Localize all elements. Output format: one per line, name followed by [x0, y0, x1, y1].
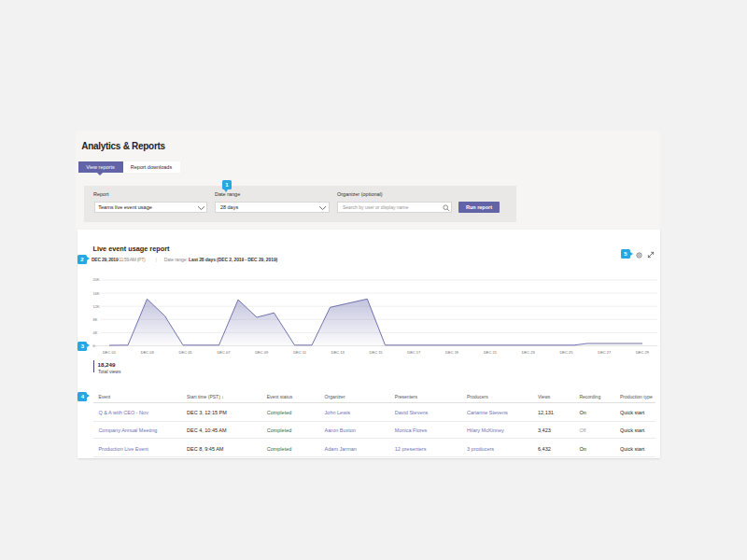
svg-text:DEC 07: DEC 07 [217, 350, 231, 355]
svg-text:4K: 4K [93, 330, 98, 335]
svg-text:DEC 03: DEC 03 [141, 350, 155, 355]
svg-text:16K: 16K [93, 291, 100, 296]
svg-text:DEC 25: DEC 25 [559, 350, 573, 355]
svg-text:DEC 21: DEC 21 [484, 350, 498, 355]
svg-text:DEC 15: DEC 15 [370, 350, 384, 355]
svg-text:DEC 29: DEC 29 [636, 350, 650, 355]
svg-text:DEC 27: DEC 27 [598, 350, 612, 355]
svg-text:DEC 11: DEC 11 [293, 350, 306, 355]
svg-text:DEC 23: DEC 23 [522, 350, 536, 355]
svg-text:8K: 8K [93, 317, 98, 322]
svg-text:DEC 13: DEC 13 [331, 350, 345, 355]
svg-text:DEC 09: DEC 09 [255, 350, 269, 355]
svg-text:DEC 05: DEC 05 [179, 350, 193, 355]
svg-text:DEC 01: DEC 01 [103, 350, 117, 355]
svg-text:12K: 12K [93, 304, 100, 309]
svg-text:DEC 17: DEC 17 [407, 350, 421, 355]
svg-text:20K: 20K [93, 277, 100, 282]
svg-text:DEC 19: DEC 19 [445, 350, 459, 355]
